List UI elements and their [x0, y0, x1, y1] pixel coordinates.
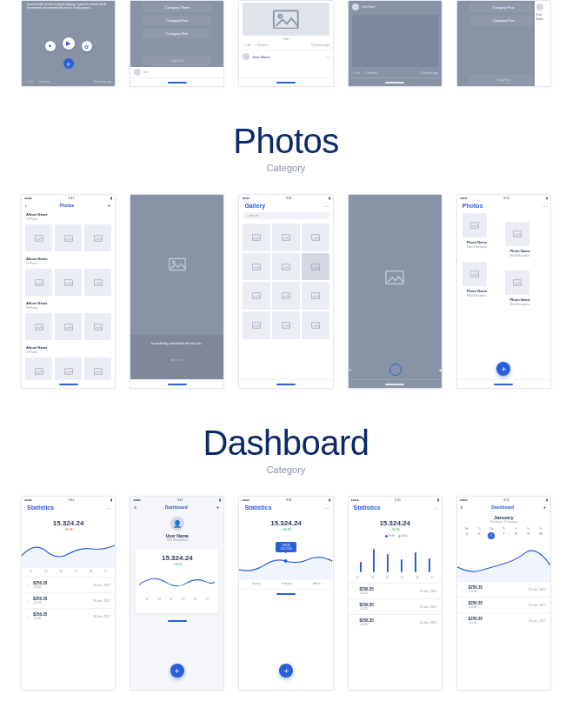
calendar-day[interactable]: We6	[487, 527, 496, 539]
comment-label[interactable]: Comment	[363, 71, 377, 75]
menu-item[interactable]: Category Four	[143, 16, 211, 25]
fab-add-button[interactable]: ＋	[279, 664, 293, 678]
shutter-button[interactable]	[389, 364, 402, 376]
list-item[interactable]: ☆$256.35+14.2619 Jan, 2017	[457, 612, 550, 628]
album-block[interactable]: Album Name 22 Photos	[22, 254, 115, 298]
calendar-day[interactable]: Sa9	[524, 527, 533, 539]
line-chart	[22, 531, 115, 568]
heart-icon[interactable]: ♥	[45, 41, 56, 51]
calendar-day[interactable]: Th7	[499, 527, 508, 539]
video-icon[interactable]: ■	[439, 368, 441, 372]
more-icon[interactable]: ⋯	[542, 204, 547, 209]
comment-label[interactable]: Comment	[255, 43, 269, 47]
calendar-day[interactable]: Su10	[536, 527, 545, 539]
thumb[interactable]	[302, 282, 329, 310]
thumb[interactable]	[243, 224, 270, 251]
time-label: 18 minutes ago	[94, 80, 112, 83]
thumb[interactable]	[302, 253, 329, 281]
list-item[interactable]: ☆$256.35+14.2619 Jan, 2017	[349, 598, 442, 614]
calendar-day[interactable]: Mo4	[462, 527, 471, 539]
logout-button[interactable]: Log Out	[469, 75, 538, 84]
line-chart	[457, 544, 550, 581]
star-icon: ☆	[353, 620, 356, 625]
album-name: Album Name	[22, 343, 115, 351]
photo-desc: Short Description	[505, 254, 545, 258]
menu-item[interactable]: Category Three	[143, 3, 211, 12]
play-icon[interactable]: ▶	[63, 37, 75, 50]
thumb[interactable]	[243, 282, 270, 310]
add-icon[interactable]: ＋	[216, 504, 220, 510]
thumb[interactable]	[55, 313, 82, 340]
thumb[interactable]	[272, 253, 300, 281]
thumb[interactable]	[84, 313, 111, 340]
chart-bar	[401, 559, 402, 572]
more-icon[interactable]: ⋯	[325, 204, 329, 209]
thumb[interactable]	[302, 224, 329, 251]
like-label[interactable]: Like	[352, 71, 360, 75]
chart-bar	[415, 552, 416, 572]
user-row[interactable]: User Name ⋯	[239, 50, 332, 63]
photo-card[interactable]: Photo Name Short Description	[462, 262, 502, 307]
thumb[interactable]	[243, 253, 270, 281]
photo-card[interactable]: Photo Name Short Description	[505, 270, 545, 307]
thumb[interactable]	[302, 311, 329, 339]
screen-menu-dark: Category Three Category Four Category Fi…	[130, 0, 224, 87]
thumb[interactable]	[25, 313, 52, 340]
thumb[interactable]	[272, 224, 300, 251]
user-sub: 1201 WintonStreet	[130, 538, 223, 542]
more-icon[interactable]: ⋯	[434, 505, 438, 511]
home-indicator	[276, 593, 296, 595]
menu-item[interactable]: Category Five	[469, 16, 538, 25]
like-label[interactable]: Like	[243, 43, 250, 47]
thumb[interactable]	[25, 269, 52, 296]
thumb[interactable]	[84, 269, 111, 296]
list-item[interactable]: ☆$256.35+14.2619 Jan, 2017	[22, 592, 115, 608]
thumb[interactable]	[272, 282, 300, 310]
list-item[interactable]: ☆$256.35+14.2619 Jan, 2017	[349, 614, 442, 630]
like-label[interactable]: Like	[143, 70, 149, 74]
like-label[interactable]: Like	[25, 80, 33, 83]
action-row: ♥ ▶ ✿	[22, 41, 115, 53]
thumb[interactable]	[25, 357, 52, 379]
list-item[interactable]: ☆$256.35+14.2619 Jan, 2017	[22, 608, 115, 624]
comment-label[interactable]: Comment	[37, 80, 50, 83]
thumb[interactable]	[84, 224, 111, 251]
list-item[interactable]: ☆$256.35+14.2619 Jan, 2017	[22, 577, 115, 592]
logout-button[interactable]: Log Out	[143, 56, 211, 65]
thumb[interactable]	[55, 224, 82, 251]
list-item[interactable]: ☆$256.35+14.2619 Jan, 2017	[457, 597, 550, 612]
more-icon[interactable]: ⋯	[325, 505, 329, 511]
time-label: 18 minutes ago	[311, 43, 329, 47]
close-icon[interactable]: ✕	[63, 58, 74, 69]
thumb[interactable]	[84, 357, 111, 379]
add-icon[interactable]: ＋	[542, 504, 547, 510]
calendar-strip[interactable]: Mo4Tu5We6Th7Fr8Sa9Su10	[457, 524, 550, 544]
chart-bar	[387, 554, 389, 572]
menu-item[interactable]: Category Four	[469, 3, 538, 12]
album-block[interactable]: Album Name 86 Photos	[22, 298, 115, 343]
thumb[interactable]	[272, 311, 300, 339]
search-input[interactable]: Search	[243, 212, 329, 219]
calendar-day[interactable]: Fr8	[512, 527, 521, 539]
star-icon: ☆	[353, 604, 356, 610]
fab-add-button[interactable]: ＋	[170, 664, 184, 678]
calendar-day[interactable]: Tu5	[475, 527, 483, 539]
svg-point-1	[279, 14, 283, 17]
thumb[interactable]	[25, 224, 52, 251]
more-icon[interactable]: ⋯	[107, 505, 111, 511]
thumb[interactable]	[243, 311, 270, 339]
axis-labels: 121314151617	[22, 568, 115, 577]
photo-card[interactable]: Photo Name Short Description	[505, 222, 545, 258]
thumb[interactable]	[55, 357, 82, 379]
menu-item[interactable]: Category Five	[143, 29, 211, 38]
list-item[interactable]: ☆$256.35+14.2619 Jan, 2017	[457, 581, 550, 597]
redo-icon[interactable]: ⟲	[349, 368, 351, 372]
album-block[interactable]: Album Name 15 Photos	[22, 210, 115, 254]
thumb[interactable]	[55, 269, 82, 296]
more-icon[interactable]: ⋯	[326, 55, 329, 59]
photo-card[interactable]: Photo Name Short Description	[462, 213, 502, 258]
gear-icon[interactable]: ✿	[82, 41, 92, 51]
list-item[interactable]: ☆$256.35+14.2619 Jan, 2017	[349, 583, 442, 598]
album-block[interactable]: Album Name 29 Photos	[22, 343, 115, 379]
add-icon[interactable]: ＋	[107, 203, 111, 208]
